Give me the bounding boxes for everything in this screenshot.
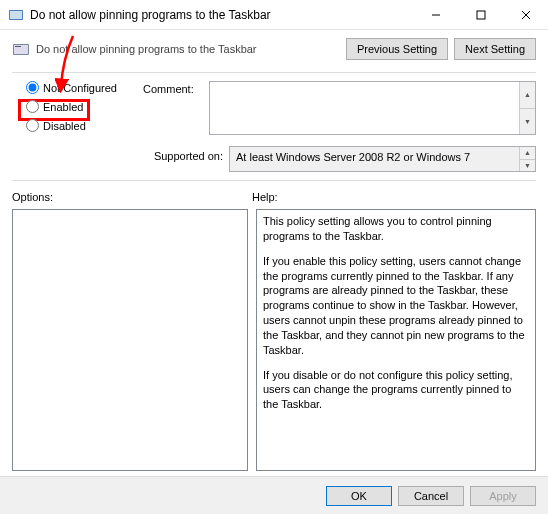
policy-icon [8,7,24,23]
window-title: Do not allow pinning programs to the Tas… [30,8,413,22]
help-label: Help: [252,191,536,203]
radio-enabled[interactable]: Enabled [26,100,127,113]
help-text: If you disable or do not configure this … [263,368,529,413]
minimize-button[interactable] [413,0,458,29]
options-panel [12,209,248,471]
policy-header-icon [12,40,30,58]
radio-disabled-input[interactable] [26,119,39,132]
radio-not-configured-input[interactable] [26,81,39,94]
separator [12,180,536,181]
previous-setting-button[interactable]: Previous Setting [346,38,448,60]
help-panel: This policy setting allows you to contro… [256,209,536,471]
separator [12,72,536,73]
options-label: Options: [12,191,252,203]
close-button[interactable] [503,0,548,29]
help-text: This policy setting allows you to contro… [263,214,529,244]
titlebar: Do not allow pinning programs to the Tas… [0,0,548,30]
radio-not-configured[interactable]: Not Configured [26,81,127,94]
comment-scroll-down[interactable]: ▼ [519,109,535,135]
dialog-footer: OK Cancel Apply [0,476,548,514]
radio-enabled-label: Enabled [43,101,83,113]
supported-scroll-down[interactable]: ▼ [519,160,535,172]
next-setting-button[interactable]: Next Setting [454,38,536,60]
supported-on-value: At least Windows Server 2008 R2 or Windo… [229,146,536,172]
supported-scroll-up[interactable]: ▲ [519,147,535,160]
apply-button[interactable]: Apply [470,486,536,506]
svg-rect-3 [477,11,485,19]
radio-enabled-input[interactable] [26,100,39,113]
svg-rect-1 [10,11,22,19]
maximize-button[interactable] [458,0,503,29]
ok-button[interactable]: OK [326,486,392,506]
radio-disabled[interactable]: Disabled [26,119,127,132]
supported-on-label: Supported on: [143,146,223,172]
comment-textarea[interactable]: ▲ ▼ [209,81,536,135]
cancel-button[interactable]: Cancel [398,486,464,506]
policy-title: Do not allow pinning programs to the Tas… [36,43,346,55]
radio-not-configured-label: Not Configured [43,82,117,94]
svg-rect-8 [15,46,21,47]
radio-disabled-label: Disabled [43,120,86,132]
comment-label: Comment: [143,81,203,138]
comment-scroll-up[interactable]: ▲ [519,82,535,109]
help-text: If you enable this policy setting, users… [263,254,529,358]
